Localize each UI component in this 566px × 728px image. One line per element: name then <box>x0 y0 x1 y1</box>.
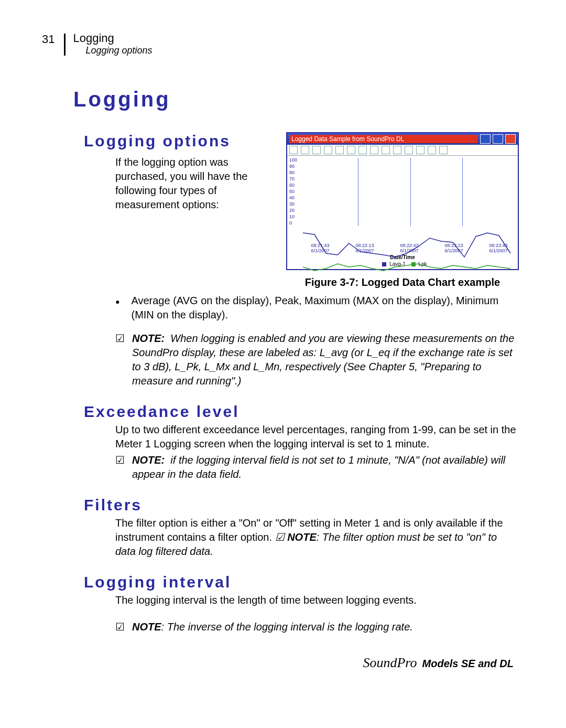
footer-models: Models SE and DL <box>422 658 514 670</box>
settings-icon[interactable] <box>439 146 448 154</box>
export-icon[interactable] <box>428 146 436 154</box>
chart-legend: Lavg-1 Lpk <box>287 260 518 269</box>
heading-exceedance-level: Exceedance level <box>84 403 519 421</box>
header-title: Logging <box>73 31 152 45</box>
page-footer: SoundPro Models SE and DL <box>42 655 519 671</box>
chart-x-axis-title: Date/Time <box>287 254 518 260</box>
bullet-avg-peak-max-min: ● Average (AVG on the display), Peak, Ma… <box>115 294 519 322</box>
pan-icon[interactable] <box>324 146 332 154</box>
checkbox-icon: ☑ <box>115 620 125 634</box>
chart-x-axis-labels: 08:21:43 6/1/2007 08:22:13 6/1/2007 08:2… <box>287 242 518 253</box>
heading-logging-options: Logging options <box>84 132 276 150</box>
chart-window-title: Logged Data Sample from SoundPro DL <box>289 135 478 143</box>
main-heading: Logging <box>73 88 519 111</box>
logged-data-chart: Logged Data Sample from SoundPro DL <box>286 132 519 270</box>
pan2-icon[interactable] <box>335 146 344 154</box>
footer-brand: SoundPro <box>363 655 417 671</box>
header-subtitle: Logging options <box>85 45 152 56</box>
save-icon[interactable] <box>289 146 298 154</box>
minimize-icon[interactable] <box>480 134 491 144</box>
maximize-icon[interactable] <box>493 134 503 144</box>
legend-label-lpk: Lpk <box>418 261 427 267</box>
note-exceedance: ☑ NOTE: if the logging interval field is… <box>115 453 519 481</box>
figure-caption: Figure 3-7: Logged Data Chart example <box>286 276 519 288</box>
exceedance-body: Up to two different exceedance level per… <box>115 423 519 451</box>
page-number: 31 <box>42 33 55 46</box>
doc-icon[interactable] <box>393 146 401 154</box>
refresh-icon[interactable] <box>405 146 413 154</box>
chart-grid <box>306 158 515 226</box>
table-icon[interactable] <box>416 146 424 154</box>
zoom-icon[interactable] <box>358 146 367 154</box>
logging-options-body: If the logging option was purchased, you… <box>115 155 273 212</box>
checkbox-icon: ☑ <box>115 331 125 388</box>
chart-y-axis-labels: 100 90 80 70 60 50 40 30 20 10 0 <box>289 157 297 226</box>
bullet-icon: ● <box>115 297 119 322</box>
checkbox-icon: ☑ <box>115 453 125 481</box>
note-logging-labels: ☑ NOTE: When logging is enabled and you … <box>115 331 519 388</box>
chart2-icon[interactable] <box>382 146 390 154</box>
pointer-icon[interactable] <box>312 146 321 154</box>
chart-titlebar: Logged Data Sample from SoundPro DL <box>287 133 518 145</box>
heading-logging-interval: Logging interval <box>84 573 519 591</box>
page-header: 31 Logging Logging options <box>42 31 519 56</box>
header-divider <box>64 34 66 56</box>
heading-filters: Filters <box>84 496 519 514</box>
legend-label-lavg: Lavg-1 <box>389 261 406 267</box>
edit-icon[interactable] <box>347 146 355 154</box>
legend-swatch-lpk <box>411 262 416 266</box>
chart-icon[interactable] <box>370 146 378 154</box>
note-logging-interval: ☑ NOTE: The inverse of the logging inter… <box>115 620 519 634</box>
logging-interval-body: The logging interval is the length of ti… <box>115 593 519 607</box>
legend-swatch-lavg <box>382 262 386 266</box>
close-icon[interactable] <box>505 134 516 144</box>
copy-icon[interactable] <box>301 146 309 154</box>
chart-toolbar <box>287 145 518 156</box>
